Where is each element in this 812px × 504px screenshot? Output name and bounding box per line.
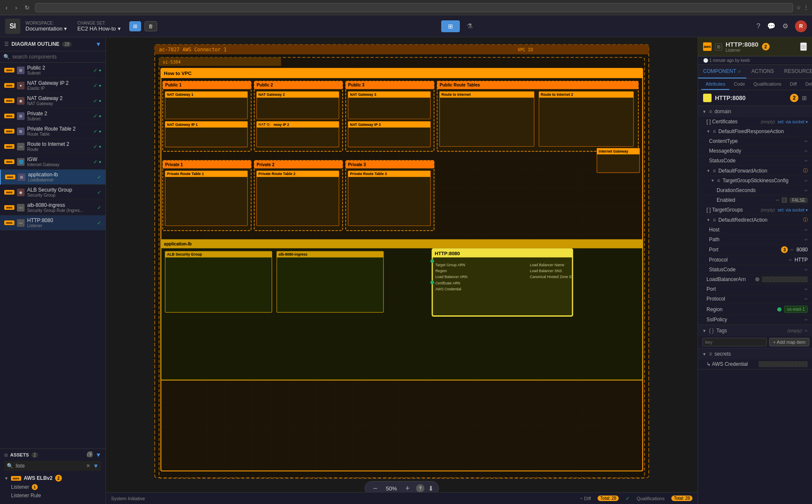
dra-arrow[interactable]: ▼ bbox=[706, 218, 710, 222]
workspace-dropdown-icon[interactable]: ▾ bbox=[64, 25, 67, 32]
tags-add-button[interactable]: + Add map item bbox=[769, 338, 809, 346]
item-name: NAT Gateway IP 2 bbox=[27, 80, 91, 86]
qualifications-label: Qualifications bbox=[637, 496, 665, 501]
zoom-download-button[interactable]: ⬇ bbox=[428, 485, 434, 493]
svg-text:application-lb: application-lb bbox=[164, 242, 192, 246]
zoom-help-button[interactable]: ? bbox=[416, 484, 425, 493]
enabled-checkbox[interactable] bbox=[782, 198, 787, 203]
aws-badge: aws bbox=[4, 159, 14, 164]
assets-filter-icon[interactable]: ▼ bbox=[95, 451, 101, 458]
user-avatar[interactable]: R bbox=[795, 20, 807, 32]
delete-button[interactable]: 🗑 bbox=[145, 21, 157, 31]
sub-tab-qualifications[interactable]: Qualifications bbox=[749, 79, 786, 90]
sidebar-item-ingress[interactable]: aws — alb-8080-ingress Security Group Ru… bbox=[0, 200, 106, 215]
sidebar-filter-icon[interactable]: ▼ bbox=[95, 41, 101, 47]
sidebar-item-albsg[interactable]: aws ◉ ALB Security Group Security Group … bbox=[0, 185, 106, 200]
comp-grid-button[interactable]: ⊞ bbox=[802, 95, 807, 101]
search-input[interactable] bbox=[12, 54, 102, 60]
assets-search-clear[interactable]: ✕ bbox=[86, 463, 90, 469]
statuscode1-label: StatusCode bbox=[709, 158, 802, 164]
svg-text:Public 2: Public 2 bbox=[257, 83, 273, 87]
settings-button[interactable]: ⚙ bbox=[782, 22, 788, 30]
path-pencil[interactable]: ✏ bbox=[804, 237, 808, 242]
tgsc-arrow[interactable]: ▼ bbox=[711, 178, 715, 183]
beaker-button[interactable]: ⚗ bbox=[467, 20, 473, 32]
discord-button[interactable]: 💬 bbox=[767, 22, 776, 30]
messagebody-pencil[interactable]: ✏ bbox=[804, 149, 808, 153]
statuscode1-pencil[interactable]: ✏ bbox=[804, 159, 808, 163]
contenttype-label: ContentType bbox=[709, 138, 802, 144]
item-name: HTTP:8080 bbox=[27, 217, 95, 223]
protocol1-value: HTTP bbox=[795, 257, 808, 263]
panel-grid-button[interactable]: ⊞ bbox=[800, 42, 807, 51]
attr-enabled: Enabled ✏ FALSE bbox=[698, 195, 812, 205]
sidebar-item-natip2[interactable]: aws ● NAT Gateway IP 2 Elastic IP ✓ ● bbox=[0, 78, 106, 93]
sidebar-item-http8080[interactable]: aws — HTTP:8080 Listener ✓ bbox=[0, 215, 106, 231]
check-icon: ✓ bbox=[97, 174, 101, 180]
diagram-view-button[interactable]: ⊞ bbox=[129, 21, 141, 31]
assets-sub-listener-rule[interactable]: Listener Rule bbox=[4, 491, 101, 500]
certificates-set-btn[interactable]: set: via socket ▾ bbox=[778, 120, 808, 124]
sub-tab-debug[interactable]: Debug bbox=[801, 79, 812, 90]
durationseconds-pencil[interactable]: ✏ bbox=[804, 188, 808, 193]
browser-url-input[interactable]: app.systeminit.com/w/01J7Z42QDZJH3KNTQM5… bbox=[35, 3, 793, 12]
targetgroups-set-btn[interactable]: set: via socket ▾ bbox=[778, 208, 808, 212]
sidebar-item-public2[interactable]: aws ⊞ Public 2 Subnet ✓ ● bbox=[0, 63, 106, 78]
dfa-arrow[interactable]: ▼ bbox=[706, 169, 710, 173]
assets-sub-listener[interactable]: Listener 1 bbox=[4, 483, 101, 491]
refresh-button[interactable]: ↻ bbox=[22, 3, 32, 12]
dra-info-icon: ⓘ bbox=[803, 217, 808, 223]
port-pencil[interactable]: ✏ bbox=[790, 248, 794, 252]
aws-badge: aws bbox=[5, 175, 15, 179]
tags-pencil[interactable]: ✏ bbox=[804, 329, 808, 333]
sidebar-item-prt2[interactable]: aws ⊞ Private Route Table 2 Route Table … bbox=[0, 124, 106, 139]
sub-tab-diff[interactable]: Diff bbox=[786, 79, 801, 90]
diagram-wrapper: ac-7827 AWS Connector 1 VPC ID si-5304 H… bbox=[110, 42, 693, 481]
assets-group-header[interactable]: ▼ aws AWS ELBv2 2 bbox=[4, 473, 101, 483]
port2-pencil[interactable]: ✏ bbox=[804, 287, 808, 292]
panel-subtitle: Listener bbox=[726, 48, 759, 53]
assets-search-filter[interactable]: ▼ bbox=[93, 462, 99, 469]
dfra-icon: ≡ bbox=[713, 128, 716, 134]
item-info: ALB Security Group Security Group bbox=[27, 187, 95, 198]
main-diagram-button[interactable]: ⊞ bbox=[441, 20, 460, 32]
sidebar-item-igw[interactable]: aws 🌐 IGW Internet Gateway ✓ ● bbox=[0, 154, 106, 170]
contenttype-pencil[interactable]: ✏ bbox=[804, 139, 808, 144]
forward-button[interactable]: › bbox=[13, 3, 19, 12]
assets-search-input[interactable] bbox=[16, 463, 83, 469]
secrets-section-header[interactable]: ▼ ≡ secrets bbox=[698, 348, 812, 359]
help-button[interactable]: ? bbox=[756, 22, 760, 30]
lbarn-striped bbox=[762, 276, 808, 282]
sidebar-item-private2[interactable]: aws ⊞ Private 2 Subnet ✓ ● bbox=[0, 109, 106, 124]
sidebar-item-nat2[interactable]: aws ◉ NAT Gateway 2 NAT Gateway ✓ ● bbox=[0, 93, 106, 109]
item-info: NAT Gateway IP 2 Elastic IP bbox=[27, 80, 91, 91]
tags-key-input[interactable] bbox=[702, 338, 767, 346]
assets-help-button[interactable]: ? bbox=[87, 451, 94, 458]
initiative-label: System Initiative bbox=[111, 496, 145, 501]
sidebar-item-applb[interactable]: aws ⊞ application-lb Loadbalancer ✓ bbox=[0, 170, 106, 185]
sub-tab-code[interactable]: Code bbox=[729, 79, 749, 90]
tab-resource[interactable]: RESOURCE bbox=[779, 65, 812, 78]
sidebar-item-route2[interactable]: aws — Route to Internet 2 Route ✓ ● bbox=[0, 139, 106, 154]
changeset-dropdown-icon[interactable]: ▾ bbox=[118, 25, 121, 32]
status-bar: System Initiative ~ Diff Total: 28 ✓ Qua… bbox=[106, 492, 698, 504]
enabled-pencil[interactable]: ✏ bbox=[776, 198, 779, 203]
protocol1-pencil[interactable]: ✏ bbox=[789, 258, 792, 262]
dfra-arrow[interactable]: ▼ bbox=[706, 129, 710, 134]
sslpolicy-pencil[interactable]: ✏ bbox=[804, 317, 808, 322]
domain-section-header[interactable]: ▼ ≡ domain bbox=[698, 106, 812, 117]
tab-actions[interactable]: ACTIONS bbox=[746, 65, 779, 78]
canvas-area[interactable]: ac-7827 AWS Connector 1 VPC ID si-5304 H… bbox=[106, 37, 698, 504]
tab-component[interactable]: COMPONENT ✓ bbox=[698, 65, 746, 78]
listener-label: Listener bbox=[11, 484, 29, 490]
tgsc-pencil[interactable]: ✏ bbox=[804, 178, 808, 183]
statuscode2-pencil[interactable]: ✏ bbox=[804, 267, 808, 272]
svg-rect-71 bbox=[165, 251, 272, 312]
item-icon-nat: ◉ bbox=[17, 97, 25, 105]
host-pencil[interactable]: ✏ bbox=[804, 228, 808, 232]
back-button[interactable]: ‹ bbox=[3, 3, 10, 12]
certificates-empty: (empty) bbox=[761, 120, 775, 124]
sub-tab-attributes[interactable]: Attributes bbox=[701, 79, 729, 90]
tags-section-header[interactable]: ▼ { } Tags (empty) ✏ bbox=[698, 325, 812, 336]
protocol2-pencil[interactable]: ✏ bbox=[804, 297, 808, 301]
